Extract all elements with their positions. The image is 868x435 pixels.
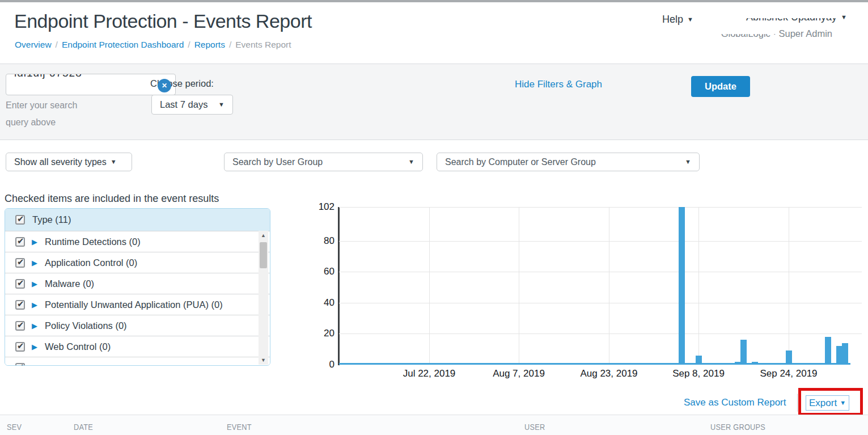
chart-gridline-y	[339, 303, 862, 303]
annotation-red-box	[798, 388, 863, 416]
events-report-page: Endpoint Protection - Events Report Over…	[0, 0, 868, 435]
checkbox[interactable]: ✔	[15, 258, 25, 268]
user-org-role: GlobalLogic · Super Admin	[721, 28, 847, 39]
checkbox[interactable]: ✔	[15, 363, 25, 366]
expand-right-icon[interactable]: ▶	[32, 322, 37, 330]
user-role: Super Admin	[779, 28, 832, 39]
top-strip	[0, 0, 868, 2]
check-icon: ✔	[17, 214, 24, 224]
check-icon: ✔	[17, 278, 24, 288]
checklist-item-label: Policy Violations (0)	[45, 320, 127, 331]
chart-gridline-y	[339, 207, 862, 208]
chevron-down-icon: ▼	[685, 153, 691, 171]
column-header: EVENT	[227, 422, 252, 432]
chart-x-tick-label: Aug 7, 2019	[479, 368, 558, 379]
events-table-header: SEVDATEEVENTUSERUSER GROUPS	[0, 415, 868, 435]
column-header: DATE	[74, 422, 93, 432]
checkbox[interactable]: ✔	[15, 279, 25, 289]
expand-right-icon[interactable]: ▶	[32, 364, 37, 366]
expand-right-icon[interactable]: ▶	[32, 238, 37, 246]
chevron-down-icon: ▼	[841, 14, 847, 20]
checkbox[interactable]: ✔	[15, 342, 25, 352]
chart-bar	[696, 356, 702, 365]
chart-gridline-x	[429, 207, 430, 365]
breadcrumb-separator: /	[225, 40, 235, 49]
hide-filters-link[interactable]: Hide Filters & Graph	[515, 79, 602, 90]
expand-right-icon[interactable]: ▶	[32, 343, 37, 351]
breadcrumb-separator: /	[184, 40, 194, 49]
search-helper-line2: query above	[6, 117, 56, 128]
severity-dropdown[interactable]: Show all severity types▼	[6, 153, 132, 171]
page-title: Endpoint Protection - Events Report	[14, 10, 312, 32]
search-value: ldl1dlj 67528	[14, 74, 82, 79]
column-header: SEV	[7, 422, 22, 432]
checkbox[interactable]: ✔	[15, 237, 25, 247]
redaction-mask	[744, 9, 839, 18]
chart-x-tick-label: Jul 22, 2019	[389, 368, 469, 379]
breadcrumb-item[interactable]: Endpoint Protection Dashboard	[62, 40, 184, 49]
breadcrumb: Overview/Endpoint Protection Dashboard/R…	[15, 40, 291, 50]
scroll-up-icon[interactable]: ▲	[259, 231, 268, 240]
user-group-dropdown[interactable]: Search by User Group▼	[224, 153, 423, 171]
check-icon: ✔	[17, 320, 24, 330]
scrollbar-thumb[interactable]	[260, 242, 267, 268]
update-button[interactable]: Update	[691, 76, 750, 97]
check-icon: ✔	[17, 257, 24, 267]
checklist-item-row: ✔▶	[5, 357, 270, 366]
column-header: USER	[524, 422, 545, 432]
scroll-down-icon[interactable]: ▼	[259, 356, 268, 365]
checklist-item-label: Web Control (0)	[45, 341, 111, 352]
checklist-item-label: Application Control (0)	[45, 257, 137, 268]
chart-y-tick-label: 80	[300, 235, 335, 247]
chart-bar	[842, 343, 848, 365]
chart-y-tick-label: 20	[300, 328, 335, 339]
checkbox[interactable]: ✔	[15, 300, 25, 310]
checklist-item-row: ✔▶Runtime Detections (0)	[5, 231, 270, 252]
computer-group-dropdown[interactable]: Search by Computer or Server Group▼	[437, 153, 700, 171]
chart-x-tick-label: Sep 24, 2019	[749, 368, 828, 379]
redaction-mask	[719, 26, 778, 34]
expand-right-icon[interactable]: ▶	[32, 259, 37, 267]
checklist-item-label: Potentially Unwanted Application (PUA) (…	[45, 299, 223, 310]
chart-gridline-y	[339, 333, 862, 334]
chart-y-tick-label: 102	[300, 201, 335, 213]
chart-gridline-x	[519, 207, 519, 365]
event-type-checklist: ✔Type (11)✔▶Runtime Detections (0)✔▶Appl…	[5, 208, 270, 366]
clear-search-icon[interactable]: ✕	[158, 79, 171, 92]
check-icon: ✔	[17, 236, 24, 246]
checklist-item-row: ✔▶Malware (0)	[5, 273, 270, 294]
user-menu[interactable]: Abhishek Upadhyay▼ GlobalLogic · Super A…	[721, 11, 847, 39]
chart-bar	[825, 337, 831, 365]
period-select[interactable]: Last 7 days▼	[151, 95, 233, 115]
chart-x-tick-label: Aug 23, 2019	[569, 368, 649, 379]
checklist-heading: Checked items are included in the event …	[5, 193, 219, 205]
breadcrumb-separator: /	[52, 40, 62, 49]
save-custom-report-link[interactable]: Save as Custom Report	[684, 397, 786, 408]
checklist-item-label: Malware (0)	[45, 278, 94, 289]
breadcrumb-item[interactable]: Overview	[15, 40, 52, 49]
chart-y-tick-label: 60	[300, 266, 335, 277]
chart-x-tick-label: Sep 8, 2019	[659, 368, 738, 379]
checklist-item-row: ✔▶Web Control (0)	[5, 336, 270, 357]
checklist-item-row: ✔▶Application Control (0)	[5, 252, 270, 273]
scrollbar[interactable]: ▲ ▼	[259, 231, 268, 365]
checkbox[interactable]: ✔	[15, 321, 25, 331]
chart-zero-line	[339, 363, 850, 365]
expand-right-icon[interactable]: ▶	[32, 301, 37, 309]
chart-bar	[786, 350, 792, 365]
column-header: USER GROUPS	[710, 422, 765, 432]
chart-bar	[679, 207, 685, 365]
chart-y-tick-label: 40	[300, 297, 335, 309]
chevron-down-icon: ▼	[111, 158, 117, 165]
chevron-down-icon: ▼	[687, 16, 693, 23]
check-icon: ✔	[17, 362, 24, 366]
chart-bar	[836, 346, 842, 365]
user-name: Abhishek Upadhyay▼	[721, 11, 847, 23]
checklist-item-row: ✔▶Potentially Unwanted Application (PUA)…	[5, 294, 270, 315]
checkbox[interactable]: ✔	[15, 215, 25, 225]
chart-bar	[752, 362, 758, 365]
expand-right-icon[interactable]: ▶	[32, 280, 37, 288]
breadcrumb-item[interactable]: Reports	[194, 40, 225, 49]
chart-bar	[735, 362, 741, 365]
help-menu[interactable]: Help▼	[662, 14, 693, 26]
